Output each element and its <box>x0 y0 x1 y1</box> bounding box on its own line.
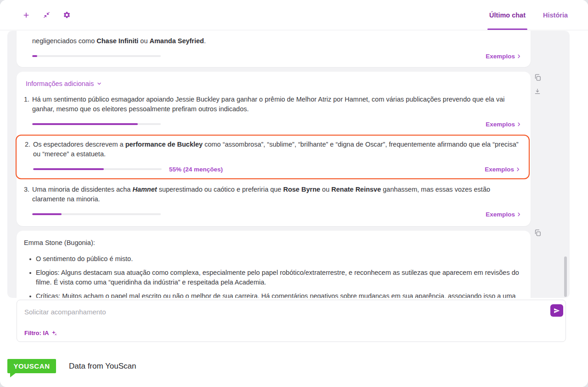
chevron-right-icon <box>516 122 521 127</box>
insight-item-1: 1. Há um sentimento público esmagador ap… <box>24 95 521 128</box>
mention-stat-label: 55% (24 menções) <box>169 166 223 173</box>
chevron-right-icon <box>516 212 521 217</box>
entity-name: Rose Byrne <box>283 186 320 193</box>
bullet-icon <box>29 258 31 260</box>
item-number: 1. <box>24 95 32 128</box>
tab-history-label: História <box>543 11 568 19</box>
collapse-button[interactable] <box>42 11 51 19</box>
bullet-item: Elogios: Alguns destacam sua atuação com… <box>29 268 521 287</box>
bullet-icon <box>29 272 31 274</box>
bullet-item: O sentimento do público é misto. <box>29 254 521 264</box>
highlighted-insight-outline: 2. Os espectadores descrevem a performan… <box>16 135 530 179</box>
copy-icon <box>534 229 542 237</box>
copy-icon <box>534 74 542 81</box>
ai-filter-label: Filtro: IA <box>24 330 49 336</box>
chevron-right-icon <box>515 167 520 172</box>
send-icon <box>554 307 560 314</box>
bullet-item: Críticas: Muitos acham o papel mal escri… <box>29 291 521 298</box>
scrollbar-thumb[interactable] <box>564 256 567 297</box>
message-card-clipped: negligenciados como Chase Infiniti ou Am… <box>17 31 531 67</box>
progress-track <box>32 213 161 215</box>
progress-fill <box>33 168 104 170</box>
chat-window: Último chat História negligenciados como… <box>0 0 588 387</box>
copy-message-button[interactable] <box>534 229 542 237</box>
examples-link[interactable]: Exemplos <box>486 211 521 218</box>
bullet-text: Elogios: Alguns destacam sua atuação com… <box>36 268 521 287</box>
footer: YOUSCAN Data from YouScan <box>7 359 136 373</box>
chevron-right-icon <box>516 54 521 59</box>
insight-text: Há um sentimento público esmagador apoia… <box>32 95 521 114</box>
insights-header-toggle[interactable]: Informações adicionais <box>24 80 521 87</box>
new-chat-button[interactable] <box>22 11 30 19</box>
title-name: Hamnet <box>132 186 157 193</box>
insight-text: Uma minoria de dissidentes acha Hamnet s… <box>32 185 521 204</box>
entity-name: Amanda Seyfried <box>150 37 204 45</box>
item-number: 3. <box>24 185 32 218</box>
copy-message-button[interactable] <box>534 74 542 82</box>
download-icon <box>534 88 542 95</box>
progress-track <box>32 55 161 57</box>
followup-input[interactable] <box>17 300 545 324</box>
examples-link[interactable]: Exemplos <box>486 53 521 60</box>
examples-link[interactable]: Exemplos <box>485 166 520 173</box>
examples-link[interactable]: Exemplos <box>486 121 521 128</box>
toolbar-icon-group <box>22 11 71 19</box>
entity-name: Chase Infiniti <box>96 37 138 45</box>
youscan-logo: YOUSCAN <box>7 359 56 373</box>
youscan-logo-text: YOUSCAN <box>13 362 50 370</box>
toolbar: Último chat História <box>0 0 588 30</box>
progress-row: Exemplos <box>32 52 521 60</box>
insights-header-label: Informações adicionais <box>26 80 94 87</box>
chevron-down-icon <box>96 81 102 86</box>
settings-button[interactable] <box>62 11 71 19</box>
data-source-caption: Data from YouScan <box>69 362 136 371</box>
message-text: negligenciados como Chase Infiniti ou Am… <box>32 36 521 46</box>
gear-icon <box>63 11 71 19</box>
insight-item-3: 3. Uma minoria de dissidentes acha Hamne… <box>24 185 521 218</box>
tab-last-chat[interactable]: Último chat <box>489 0 526 30</box>
tab-history[interactable]: História <box>543 0 568 30</box>
card-title: Emma Stone (Bugonia): <box>24 238 521 248</box>
ai-filter-chip[interactable]: Filtro: IA <box>24 330 57 336</box>
progress-fill <box>32 123 138 125</box>
item-number: 2. <box>25 140 33 173</box>
bullet-text: O sentimento do público é misto. <box>36 254 521 264</box>
download-message-button[interactable] <box>534 88 542 96</box>
progress-row: Exemplos <box>32 211 521 218</box>
entity-name: performance de Buckley <box>125 141 203 148</box>
active-tab-underline <box>487 28 527 30</box>
progress-fill <box>32 213 62 215</box>
progress-track <box>33 168 162 170</box>
insight-item-2: 2. Os espectadores descrevem a performan… <box>25 140 520 173</box>
chat-scroll-area: negligenciados como Chase Infiniti ou Am… <box>7 31 570 298</box>
bullet-text: Críticas: Muitos acham o papel mal escri… <box>36 291 521 298</box>
progress-fill <box>32 55 37 57</box>
tab-last-chat-label: Último chat <box>489 11 526 19</box>
ai-sparkle-icon <box>51 330 57 336</box>
plus-icon <box>23 11 30 19</box>
entity-name: Renate Reinsve <box>331 186 381 193</box>
bullet-icon <box>29 296 31 297</box>
send-button[interactable] <box>550 304 563 317</box>
composer: Filtro: IA <box>17 300 566 342</box>
progress-row: 55% (24 menções) Exemplos <box>33 165 520 173</box>
progress-row: Exemplos <box>32 120 521 128</box>
insight-text: Os espectadores descrevem a performance … <box>33 140 520 159</box>
progress-track <box>32 123 161 125</box>
insights-card: Informações adicionais 1. Há um sentimen… <box>17 72 531 226</box>
tab-bar: Último chat História <box>489 0 568 30</box>
emma-stone-card: Emma Stone (Bugonia): O sentimento do pú… <box>17 231 531 298</box>
collapse-icon <box>43 11 50 18</box>
